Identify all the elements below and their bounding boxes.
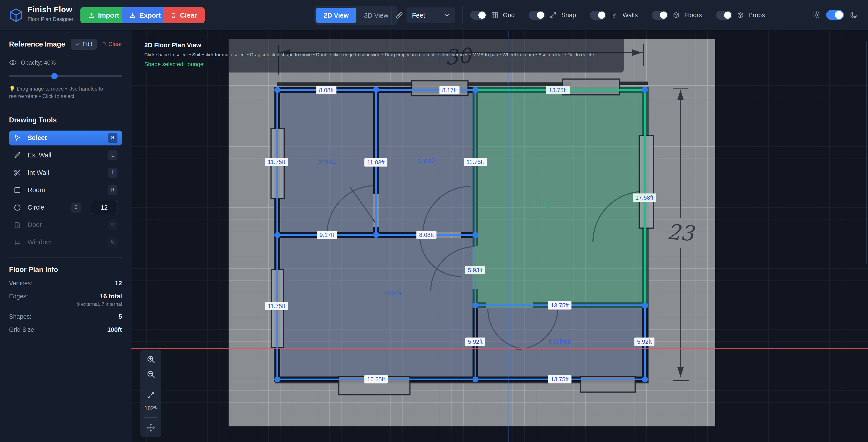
measurement-chip: 5.92ft [634,338,654,346]
theme-toggle[interactable] [826,10,844,20]
measurement-chip: 11.75ft [464,158,487,166]
circle-segments-input[interactable] [91,201,118,214]
tool-window-shortcut: W [108,238,118,247]
props-toggle-group: Props [716,11,765,20]
tool-select-label: Select [28,134,47,141]
walls-icon [611,11,618,19]
tool-int-wall-shortcut: I [108,168,118,178]
ruler-icon [395,11,404,20]
tab-2d-view[interactable]: 2D View [316,8,356,23]
props-toggle-label: Props [748,11,765,19]
tool-window-label: Window [28,239,51,246]
zoom-out-button[interactable] [146,370,155,379]
moon-icon [850,11,858,19]
tool-select-shortcut: S [108,133,118,143]
layer-toggles: Grid Snap Walls Floors Props [470,11,765,20]
grid-size-value: 100ft [107,326,122,334]
walls-toggle[interactable] [590,11,606,20]
tool-circle-label: Circle [28,204,44,211]
door-icon [13,221,22,229]
edges-value: 16 total [100,293,122,300]
chevron-down-icon [444,12,450,18]
grid-toggle-label: Grid [503,11,515,19]
measurement-chip: 16.25ft [364,375,388,383]
opacity-slider[interactable] [9,75,122,77]
canvas-view-title: 2D Floor Plan View [144,41,618,49]
room-label-area2[interactable]: area2 [417,157,436,165]
floors-toggle-label: Floors [684,11,702,19]
snap-toggle-label: Snap [561,11,576,19]
opacity-slider-knob[interactable] [51,73,58,79]
measurement-chip-selected: 5.93ft [465,266,485,275]
walls-toggle-group: Walls [590,11,638,20]
measurement-chip: 11.75ft [265,158,288,166]
sun-icon [812,11,820,19]
export-button[interactable]: Export [122,7,168,23]
room-label-kitchen[interactable]: kitchen [549,338,572,346]
tool-int-wall[interactable]: Int Wall I [9,165,122,180]
trash-icon [102,42,106,47]
lounge-fill[interactable] [472,87,648,308]
download-icon [129,12,136,19]
tab-3d-view[interactable]: 3D View [356,8,396,23]
measurement-chip: 8.08ft [416,231,436,239]
pan-move-button[interactable] [147,423,155,432]
grid-toggle-group: Grid [470,11,515,20]
floors-toggle-group: Floors [652,11,702,20]
tool-ext-wall-label: Ext Wall [28,152,51,159]
page-scrollbar[interactable] [866,41,867,264]
opacity-label: Opacity: 40% [21,59,56,66]
room-label-area1[interactable]: area1 [318,157,337,165]
tool-window[interactable]: Window W [9,235,122,250]
header-divider [392,6,392,24]
floor-plan-info-title: Floor Plan Info [9,265,122,274]
room-label-room[interactable]: room [385,289,401,297]
header-divider [74,6,75,24]
tool-circle-shortcut: C [71,202,81,213]
drawing-tools-title: Drawing Tools [9,116,122,124]
measurement-chip: 11.83ft [364,158,388,167]
edges-breakdown: 9 external, 7 internal [9,301,122,307]
snap-toggle-group: Snap [529,11,576,20]
info-row-vertices: Vertices: 12 [9,280,122,287]
tool-room[interactable]: Room R [9,183,122,198]
pencil-icon [13,152,22,159]
props-toggle[interactable] [716,11,732,20]
canvas-help-text: Click shape to select • Shift+click for … [144,52,618,57]
measurement-chip: 11.75ft [265,302,288,310]
reference-clear-button[interactable]: Clear [102,41,122,48]
import-button-label: Import [98,11,119,19]
snap-toggle[interactable] [529,11,545,20]
shapes-label: Shapes: [9,313,31,320]
units-select[interactable]: Feet [407,7,455,23]
tool-circle[interactable]: Circle C [9,200,122,215]
info-row-shapes: Shapes: 5 [9,313,122,320]
room-fill[interactable] [280,238,472,377]
reference-image-title: Reference Image [9,40,65,48]
floors-cube-icon [673,11,680,19]
import-button[interactable]: Import [81,7,127,23]
tool-ext-wall[interactable]: Ext Wall L [9,148,122,163]
theme-switch-group [812,10,858,20]
zoom-toolbar: 102% [141,350,161,437]
floor-plan-canvas[interactable]: 30 23 [131,31,868,442]
app-title: Finish Flow [28,5,72,14]
reference-tip-text: 💡 Drag image to move • Use handles to re… [9,85,122,100]
zoom-in-button[interactable] [146,355,155,364]
grid-toggle[interactable] [470,11,487,20]
app-header: Finish Flow Floor Plan Designer Import E… [0,0,868,31]
eye-icon [9,59,17,66]
handwritten-height-dimension: 23 [666,220,696,246]
zoom-fit-button[interactable] [147,391,155,399]
room-label-lounge[interactable]: lounge [533,200,555,208]
tool-select[interactable]: Select S [9,130,122,146]
square-icon [13,186,22,194]
sidebar-divider [9,257,122,258]
reference-edit-button[interactable]: Edit [71,39,97,50]
tool-room-shortcut: R [108,185,118,195]
tool-door[interactable]: Door D [9,218,122,232]
floors-toggle[interactable] [652,11,668,20]
check-icon [75,42,80,47]
zoom-level-value: 102% [144,405,157,411]
clear-button[interactable]: Clear [163,7,205,23]
